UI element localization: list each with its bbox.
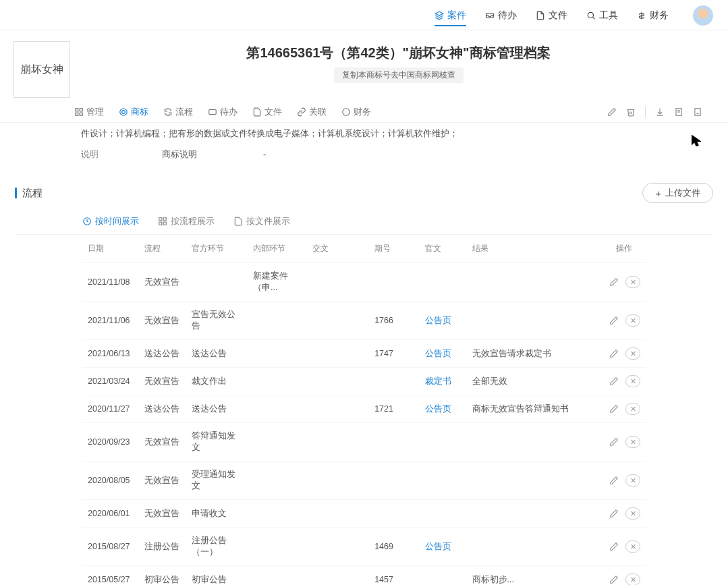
edit-icon[interactable] (609, 437, 619, 447)
edit-icon[interactable] (607, 107, 617, 117)
download-icon[interactable] (655, 107, 665, 117)
tab-todo[interactable]: 待办 (208, 106, 237, 118)
tab-finance[interactable]: 财务 (341, 106, 371, 118)
cell: 申请收文 (186, 500, 248, 528)
topnav-finance[interactable]: 财务 (637, 9, 669, 22)
table-row: 2021/11/08无效宣告新建案件（申...✕ (82, 263, 646, 302)
grid-icon (158, 217, 167, 226)
cell: 注册公告（一） (186, 528, 248, 566)
cell (467, 423, 593, 462)
edit-icon[interactable] (609, 509, 619, 518)
money-icon (637, 11, 646, 20)
guanwen-link[interactable]: 裁定书 (420, 368, 467, 395)
copy-trademark-link[interactable]: 复制本商标号去中国商标网核查 (334, 67, 464, 83)
cell (307, 302, 369, 340)
description-line: 件设计；计算机编程；把有形的数据或文件转换成电子媒体；计算机系统设计；计算机软件… (81, 126, 647, 142)
delete-button[interactable]: ✕ (625, 403, 640, 415)
avatar[interactable] (693, 5, 713, 26)
desc-value-2: - (263, 146, 266, 163)
op-cell: ✕ (593, 566, 646, 585)
delete-button[interactable]: ✕ (625, 436, 640, 448)
edit-icon[interactable] (609, 377, 619, 386)
divider (645, 107, 646, 117)
delete-button[interactable]: ✕ (625, 375, 640, 387)
op-cell: ✕ (593, 500, 646, 528)
cell (307, 566, 369, 585)
cell: 1457 (369, 566, 419, 585)
upload-file-button[interactable]: +上传文件 (642, 183, 713, 203)
tab-flow[interactable]: 流程 (163, 106, 193, 118)
op-cell: ✕ (593, 528, 646, 566)
topnav-files[interactable]: 文件 (536, 9, 567, 22)
edit-icon[interactable] (609, 349, 619, 358)
delete-button[interactable]: ✕ (625, 314, 640, 327)
topnav-tools[interactable]: 工具 (586, 9, 618, 22)
tab-finance-label: 财务 (354, 106, 371, 118)
delete-button[interactable]: ✕ (625, 474, 640, 486)
cell (369, 263, 419, 302)
th-result: 结果 (467, 235, 593, 263)
th-date: 日期 (82, 235, 139, 263)
delete-button[interactable]: ✕ (625, 507, 640, 520)
guanwen-link (420, 263, 467, 302)
guanwen-link[interactable]: 公告页 (420, 302, 467, 340)
svg-rect-10 (209, 110, 217, 115)
topnav-finance-label: 财务 (650, 9, 669, 22)
svg-rect-15 (695, 109, 700, 116)
edit-icon[interactable] (609, 476, 619, 485)
doc-icon (233, 217, 243, 226)
cell: 注册公告 (139, 528, 186, 566)
guanwen-link[interactable]: 公告页 (420, 528, 467, 566)
topnav-todo[interactable]: 待办 (485, 9, 517, 22)
tab-todo-label: 待办 (220, 106, 237, 118)
edit-icon[interactable] (609, 575, 619, 584)
inbox-icon (485, 11, 495, 20)
svg-rect-20 (159, 223, 162, 225)
cell: 2020/06/01 (82, 500, 139, 528)
delete-button[interactable]: ✕ (625, 276, 640, 288)
pdf-icon[interactable] (693, 107, 702, 117)
cell: 初审公告 (186, 566, 248, 585)
flow-table: 日期 流程 官方环节 内部环节 交文 期号 官文 结果 操作 2021/11/0… (82, 235, 646, 585)
delete-button[interactable]: ✕ (625, 347, 640, 360)
delete-button[interactable]: ✕ (625, 574, 640, 585)
tab-files[interactable]: 文件 (252, 106, 282, 118)
viewtab-flow[interactable]: 按流程展示 (158, 215, 215, 227)
flow-section: 流程 +上传文件 按时间展示 按流程展示 按文件展示 日期 流程 官方环节 内部… (0, 173, 728, 585)
cell (248, 462, 307, 500)
tab-manage[interactable]: 管理 (74, 106, 104, 118)
tab-related[interactable]: 关联 (297, 106, 327, 118)
link-icon (297, 107, 306, 117)
cell: 初审公告 (139, 566, 186, 585)
inbox-icon (208, 107, 217, 117)
tab-trademark[interactable]: 商标 (119, 106, 148, 118)
cell (307, 462, 369, 500)
cell: 新建案件（申... (248, 263, 307, 302)
delete-button[interactable]: ✕ (625, 540, 640, 553)
edit-icon[interactable] (609, 542, 619, 551)
viewtab-file[interactable]: 按文件展示 (233, 215, 290, 227)
cell: 全部无效 (467, 368, 593, 395)
cell: 2020/08/05 (82, 462, 139, 500)
trash-icon[interactable] (626, 107, 636, 117)
viewtab-time[interactable]: 按时间展示 (82, 215, 139, 227)
topnav-files-label: 文件 (549, 9, 567, 22)
guanwen-link[interactable]: 公告页 (420, 395, 467, 423)
doc-icon[interactable] (674, 107, 683, 117)
cursor-icon (692, 135, 701, 147)
cell: 2021/11/08 (82, 263, 139, 302)
th-issue: 期号 (369, 235, 419, 263)
edit-icon[interactable] (609, 404, 619, 414)
op-cell: ✕ (593, 462, 646, 500)
edit-icon[interactable] (609, 316, 619, 325)
cell (369, 423, 419, 462)
cell (369, 462, 419, 500)
guanwen-link[interactable]: 公告页 (420, 340, 467, 368)
description: 件设计；计算机编程；把有形的数据或文件转换成电子媒体；计算机系统设计；计算机软件… (0, 123, 728, 173)
cell: 裁文作出 (186, 368, 248, 395)
svg-rect-18 (159, 218, 162, 221)
edit-icon[interactable] (609, 277, 619, 287)
topnav-cases[interactable]: 案件 (435, 9, 466, 22)
th-guanwen: 官文 (420, 235, 467, 263)
cell: 宣告无效公告 (186, 302, 248, 340)
